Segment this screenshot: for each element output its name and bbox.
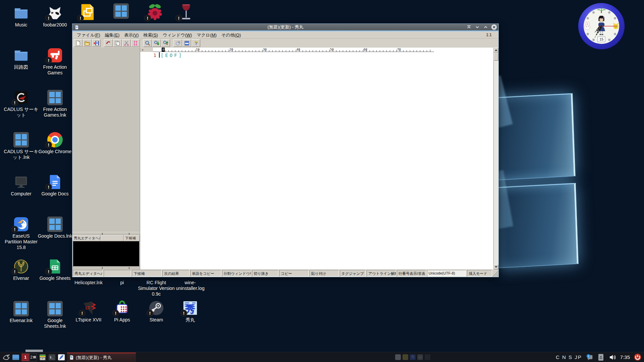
status-segment-行番号表示-非表[interactable]: 行番号表示/非表 [397,270,426,277]
clock-time[interactable]: 7:35 [620,354,630,360]
ime-indicators[interactable]: C N S JP [556,354,582,360]
paste-button[interactable] [131,39,140,47]
menu-編集-e[interactable]: 編集(E) [103,32,122,38]
status-segment-秀丸エディタヘルプ[interactable]: 秀丸エディタヘルプ [73,270,103,277]
scroll-up-button[interactable] [494,48,498,53]
desktop-icon-slides[interactable]: ! [79,3,97,21]
menu-その他-o[interactable]: その他(O) [219,32,243,38]
volume-icon[interactable] [609,354,616,361]
new-button[interactable] [74,39,83,47]
desktop-icon-google-docs[interactable]: !Google Docs [38,174,72,197]
desktop-icon-label[interactable]: Helicopter.lnk [70,280,107,286]
dim-tray-icon[interactable] [425,354,430,360]
status-segment-分割ウィンドウ切り[interactable]: 分割ウィンドウ切り [222,270,252,277]
find-prev-button[interactable] [161,39,170,47]
close-button[interactable] [491,24,497,30]
power-button[interactable] [634,354,641,361]
app-menu-bird-icon[interactable] [3,354,10,361]
status-segment-下候補[interactable]: 下候補 [132,270,162,277]
desktop-icon-回路図[interactable]: 回路図 [4,48,39,70]
desktop-icon-google-docs-lnk[interactable]: Google Docs.lnk [38,217,72,239]
desktop-icon-wine[interactable]: ! [177,3,195,21]
desktop-icon-google-sheets-lnk[interactable]: Google Sheets.lnk [38,301,72,329]
copy-button[interactable] [113,39,122,47]
status-segment-unicode-utf-8[interactable]: Unicode(UTF-8) [427,270,467,277]
menu-マクロ-m[interactable]: マクロ(M) [194,32,219,38]
menu-検索-s[interactable]: 検索(S) [141,32,160,38]
keep-above-button[interactable] [466,24,472,30]
desktop-icon-google-chrome[interactable]: !Google Chrome [38,132,72,155]
workspace-1[interactable]: 1 [21,353,29,361]
minimize-button[interactable] [474,24,480,30]
resize-grip[interactable] [493,270,498,277]
status-segment-コピー[interactable]: コピー [279,270,309,277]
editor-area[interactable]: » 010203040506070 1 [EOF] [140,48,493,269]
find-next-button[interactable] [152,39,161,47]
help-button[interactable]: ?? [192,39,200,47]
desktop-icon-cadlus-サーキット-lnk[interactable]: CADLUS サーキット.lnk [4,132,39,160]
taskbar-task-hidemaru[interactable]: (無題)(更新) - 秀丸 [67,353,136,362]
desktop-icon-pi-apps[interactable]: !Pi Apps [104,300,141,323]
helper-tab-3[interactable]: 下候補 [124,235,140,241]
menu-ファイル-f[interactable]: ファイル(F) [74,32,103,38]
desktop-icon-computer[interactable]: Computer [4,174,39,197]
desktop-icon-elvenar-lnk[interactable]: Elvenar.lnk [4,301,39,323]
status-segment-アウトライン解析[interactable]: アウトライン解析... [367,270,396,277]
desktop-icon-free-action-games-lnk[interactable]: Free Action Games.lnk [38,90,72,118]
notification-icon[interactable]: ! [586,354,593,361]
helper-tab-1[interactable]: 秀丸エディタヘルプ [72,235,101,241]
terminal-icon[interactable]: $_ [48,354,56,361]
status-segment-切り抜き[interactable]: 切り抜き [252,270,278,277]
save-button[interactable] [92,39,101,47]
scrollbar-thumb[interactable] [494,53,498,61]
pane-splitter-bottom[interactable] [72,266,140,269]
dim-tray-icon[interactable]: ve [417,354,423,360]
desktop-icon-raspberry[interactable]: ! [146,3,164,21]
removable-media-eject-icon[interactable] [597,354,605,361]
archive-manager-icon[interactable] [39,354,46,361]
outline-fold-marker[interactable]: » [140,48,153,52]
split-window-button[interactable] [182,39,191,47]
desktop-icon-wingrid[interactable] [113,3,129,19]
desktop-icon-free-action-games[interactable]: !Free Action Games [38,48,72,76]
undo-button[interactable] [104,39,113,47]
status-segment-次の結果[interactable]: 次の結果 [162,270,190,277]
window-titlebar[interactable]: (無題)(更新) - 秀丸 [72,24,498,31]
helper-tab-2[interactable] [101,235,124,241]
open-button[interactable] [83,39,92,47]
status-segment-単語をコピー[interactable]: 単語をコピー [190,270,221,277]
analog-clock-widget[interactable]: 15 [576,1,627,51]
status-segment-empty[interactable] [104,270,131,277]
pane-splitter[interactable] [72,232,140,235]
desktop-icon-steam[interactable]: !Steam [138,300,175,323]
desktop-icon-label[interactable]: wine-uninstaller.log [172,280,209,291]
desktop-icon-秀丸[interactable]: 秀!秀丸 [172,300,209,323]
tag-jump-button[interactable] [173,39,182,47]
desktop-icon-music[interactable]: Music [4,5,39,28]
maximize-button[interactable] [483,24,489,30]
dim-tray-icon[interactable]: 秀 [410,354,416,360]
status-segment-タグジャンプ[interactable]: タグジャンプ [340,270,366,277]
menu-表示-v[interactable]: 表示(V) [122,32,141,38]
file-manager-icon[interactable] [12,354,19,361]
status-segment-貼り付け[interactable]: 貼り付け [310,270,339,277]
dim-tray-icon[interactable] [395,354,401,360]
cut-button[interactable] [122,39,131,47]
workspace-2[interactable]: 2 [29,353,37,361]
desktop-icon-label[interactable]: pi [104,280,141,286]
desktop-icon-ltspice-xvii[interactable]: LT!LTspice XVII [70,300,107,323]
status-segment-挿入モード[interactable]: 挿入モード [467,270,492,277]
dim-tray-icon[interactable] [402,354,408,360]
desktop-icon-cadlus-サーキット[interactable]: !CADLUS サーキット [4,90,39,118]
text-editor-feather-icon[interactable] [58,354,65,361]
scrollbar-track[interactable] [494,61,498,264]
desktop-icon-google-sheets[interactable]: !Google Sheets [38,259,72,281]
scroll-down-button[interactable] [494,264,498,269]
desktop-icon-elvenar[interactable]: !Elvenar [4,259,39,281]
desktop-icon-foobar2000[interactable]: !foobar2000 [38,5,72,28]
desktop-icon-easeus-partition-master-15-8[interactable]: !EaseUS Partition Master 15.8 [4,217,39,250]
find-button[interactable] [143,39,152,47]
outline-pane-body[interactable] [72,48,140,232]
menu-ウィンドウ-w[interactable]: ウィンドウ(W) [160,32,194,38]
vertical-scrollbar[interactable] [493,48,498,269]
